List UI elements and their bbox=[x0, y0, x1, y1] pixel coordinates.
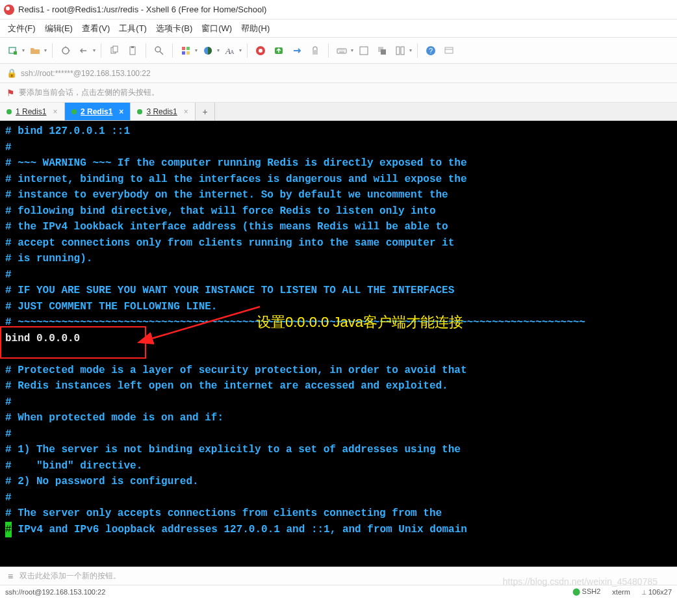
cascade-icon[interactable] bbox=[392, 43, 408, 58]
hint-text: 要添加当前会话，点击左侧的箭头按钮。 bbox=[19, 87, 159, 98]
terminal-line: # bind 127.0.0.1 ::1 bbox=[5, 125, 130, 137]
tab-1[interactable]: 1 Redis1 × bbox=[0, 103, 65, 120]
menu-help[interactable]: 帮助(H) bbox=[241, 23, 270, 34]
terminal-line: # internet, binding to all the interface… bbox=[5, 173, 467, 185]
titlebar: Redis1 - root@Redis1:/usr/redis - Xshell… bbox=[0, 0, 677, 19]
paste-icon[interactable] bbox=[125, 43, 140, 58]
terminal-line: # The server only accepts connections fr… bbox=[5, 507, 442, 519]
menu-tab[interactable]: 选项卡(B) bbox=[156, 23, 192, 34]
close-icon[interactable]: × bbox=[119, 107, 123, 116]
svg-text:A: A bbox=[230, 49, 235, 55]
xagent-icon[interactable] bbox=[253, 43, 268, 58]
menu-tools[interactable]: 工具(T) bbox=[119, 23, 147, 34]
cursor: # bbox=[5, 522, 12, 538]
window-title: Redis1 - root@Redis1:/usr/redis - Xshell… bbox=[18, 5, 266, 14]
properties-icon[interactable] bbox=[178, 43, 194, 58]
toolbar-sep bbox=[417, 44, 418, 58]
svg-rect-4 bbox=[113, 46, 118, 52]
terminal-line: # the IPv4 lookback interface address (t… bbox=[5, 221, 448, 233]
toolbar-sep bbox=[146, 44, 146, 58]
menu-edit[interactable]: 编辑(E) bbox=[45, 23, 73, 34]
app-icon bbox=[4, 5, 14, 15]
terminal-line: IPv4 and IPv6 loopback addresses 127.0.0… bbox=[12, 524, 467, 535]
terminal[interactable]: # bind 127.0.0.1 ::1 # # ~~~ WARNING ~~~… bbox=[0, 121, 677, 567]
close-icon[interactable]: × bbox=[184, 107, 188, 116]
lock-icon[interactable] bbox=[307, 43, 323, 58]
toolbar-sep bbox=[101, 44, 101, 58]
svg-rect-21 bbox=[381, 49, 386, 55]
reconnect-icon[interactable] bbox=[58, 43, 73, 58]
svg-rect-23 bbox=[401, 47, 404, 55]
terminal-line: # instance to everybody on the internet.… bbox=[5, 189, 448, 201]
svg-rect-6 bbox=[131, 46, 134, 48]
address-text[interactable]: ssh://root:******@192.168.153.100:22 bbox=[21, 69, 151, 78]
svg-rect-11 bbox=[186, 51, 190, 55]
toolbar-sep bbox=[172, 44, 173, 58]
tab-3[interactable]: 3 Redis1 × bbox=[131, 103, 196, 120]
menu-window[interactable]: 窗口(W) bbox=[201, 23, 232, 34]
color-scheme-icon[interactable] bbox=[200, 43, 216, 58]
toolbar-sep bbox=[247, 44, 248, 58]
svg-rect-18 bbox=[337, 49, 346, 53]
keyboard-icon[interactable] bbox=[334, 43, 350, 58]
terminal-line: # IF YOU ARE SURE YOU WANT YOUR INSTANCE… bbox=[5, 285, 454, 296]
tunneling-icon[interactable] bbox=[289, 43, 305, 58]
tab-label: 2 Redis1 bbox=[81, 107, 112, 116]
svg-rect-9 bbox=[186, 47, 190, 50]
tab-label: 3 Redis1 bbox=[146, 107, 177, 116]
search-icon[interactable] bbox=[151, 43, 167, 58]
terminal-line: # bbox=[5, 269, 12, 281]
close-icon[interactable]: × bbox=[53, 107, 57, 116]
svg-rect-22 bbox=[396, 47, 400, 55]
help-icon[interactable]: ? bbox=[423, 43, 439, 58]
toolbar: ▾ ▾ ▾ ▾ ▾ AA▾ ▾ ▾ ? bbox=[0, 38, 677, 64]
bind-line: bind 0.0.0.0 bbox=[5, 333, 80, 344]
terminal-line: # Redis instances left open on the inter… bbox=[5, 380, 448, 392]
transparent-icon[interactable] bbox=[374, 43, 390, 58]
terminal-line: # bbox=[5, 396, 12, 408]
terminal-line: # Protected mode is a layer of security … bbox=[5, 365, 467, 376]
open-icon[interactable] bbox=[27, 43, 43, 58]
status-dot bbox=[6, 109, 12, 114]
annotation-text: 设置0.0.0.0 Java客户端才能连接 bbox=[257, 314, 463, 331]
svg-text:?: ? bbox=[429, 47, 433, 55]
status-size: 106x27 bbox=[648, 588, 672, 596]
terminal-line: # bbox=[5, 142, 12, 153]
watermark: https://blog.csdn.net/weixin_45480785 bbox=[503, 576, 658, 587]
tab-add[interactable]: + bbox=[196, 103, 214, 120]
svg-rect-1 bbox=[14, 51, 17, 55]
new-session-icon[interactable] bbox=[5, 43, 21, 58]
bottom-hint-text: 双击此处添加一个新的按钮。 bbox=[19, 571, 121, 582]
svg-rect-8 bbox=[182, 47, 185, 50]
sessions-icon[interactable] bbox=[441, 43, 457, 58]
menu-file[interactable]: 文件(F) bbox=[8, 23, 36, 34]
terminal-line: # accept connections only from clients r… bbox=[5, 237, 454, 249]
svg-rect-10 bbox=[182, 51, 185, 55]
svg-rect-26 bbox=[445, 47, 453, 53]
status-dot bbox=[137, 109, 142, 114]
terminal-line: # 1) The server is not binding explicitl… bbox=[5, 444, 461, 456]
toolbar-sep bbox=[328, 44, 329, 58]
toolbar-sep bbox=[52, 44, 53, 58]
terminal-line: # is running). bbox=[5, 253, 92, 264]
add-icon: + bbox=[202, 107, 207, 117]
terminal-line: # bbox=[5, 492, 12, 504]
disconnect-icon[interactable] bbox=[76, 43, 92, 58]
tab-2[interactable]: 2 Redis1 × bbox=[65, 103, 131, 120]
fullscreen-icon[interactable] bbox=[356, 43, 372, 58]
menubar: 文件(F) 编辑(E) 查看(V) 工具(T) 选项卡(B) 窗口(W) 帮助(… bbox=[0, 19, 677, 38]
svg-point-2 bbox=[62, 47, 69, 54]
terminal-line: # 2) No password is configured. bbox=[5, 476, 199, 487]
font-icon[interactable]: AA bbox=[222, 43, 238, 58]
lock-icon: 🔒 bbox=[6, 68, 17, 78]
terminal-line: # following bind directive, that will fo… bbox=[5, 205, 436, 217]
terminal-line: # "bind" directive. bbox=[5, 460, 142, 472]
status-ssh: SSH2 bbox=[582, 587, 601, 595]
xftp-icon[interactable] bbox=[271, 43, 287, 58]
terminal-line: # When protected mode is on and if: bbox=[5, 412, 224, 424]
terminal-line: # ~~~ WARNING ~~~ If the computer runnin… bbox=[5, 157, 467, 169]
hamburger-icon[interactable]: ≡ bbox=[8, 571, 13, 582]
copy-icon[interactable] bbox=[107, 43, 122, 58]
hintbar: ⚑ 要添加当前会话，点击左侧的箭头按钮。 bbox=[0, 83, 677, 103]
menu-view[interactable]: 查看(V) bbox=[82, 23, 110, 34]
